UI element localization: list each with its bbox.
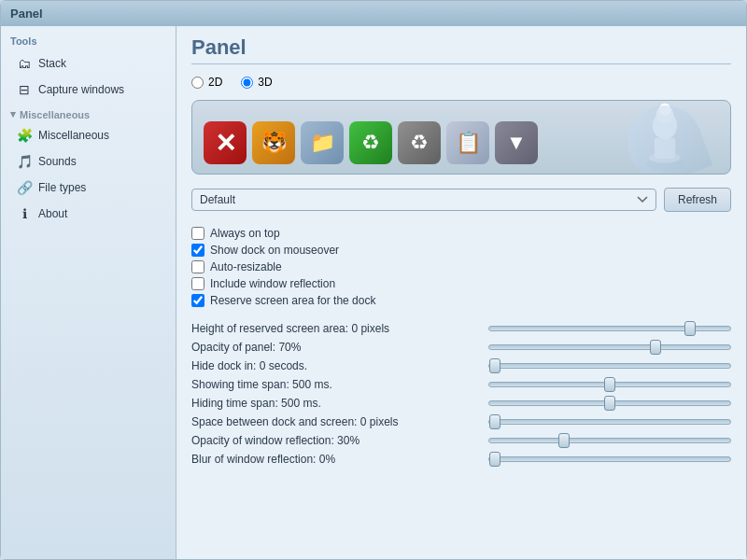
slider-row-opacity-panel: Opacity of panel: 70%: [191, 341, 731, 354]
view-mode-group: 2D 3D: [191, 76, 731, 89]
radio-3d-label: 3D: [258, 76, 272, 89]
slider-row-reserved-height: Height of reserved screen area: 0 pixels: [191, 322, 731, 335]
sidebar-item-about[interactable]: ℹ About: [1, 201, 176, 227]
sidebar-item-filetypes-label: File types: [38, 181, 86, 194]
svg-point-0: [645, 158, 684, 170]
svg-point-4: [656, 106, 674, 124]
slider-hiding-time[interactable]: [488, 400, 731, 406]
pawn-figure: [637, 101, 693, 171]
slider-label-hide-dock: Hide dock in: 0 secods.: [191, 359, 481, 372]
show-dock-checkbox[interactable]: [191, 244, 204, 257]
slider-row-space-between: Space between dock and screen: 0 pixels: [191, 415, 731, 428]
always-on-top-label[interactable]: Always on top: [210, 227, 280, 240]
window-reflection-checkbox[interactable]: [191, 277, 204, 290]
sidebar-item-stack[interactable]: 🗂 Stack: [1, 50, 176, 77]
svg-point-1: [649, 152, 681, 162]
window-reflection-label[interactable]: Include window reflection: [210, 277, 335, 290]
reserve-screen-checkbox[interactable]: [191, 294, 204, 307]
sidebar-item-capture-label: Capture windows: [38, 83, 124, 96]
sidebar-item-misc-label: Miscellaneous: [38, 129, 109, 142]
sidebar-section-misc: ▾ Miscellaneous: [1, 103, 176, 122]
dock-icon-recycle-gray: ♻: [398, 121, 441, 164]
svg-point-3: [653, 111, 677, 139]
reserve-screen-label[interactable]: Reserve screen area for the dock: [210, 294, 375, 307]
sidebar-item-sounds-label: Sounds: [38, 155, 77, 168]
slider-label-showing-time: Showing time span: 500 ms.: [191, 378, 481, 391]
triangle-icon: ▾: [10, 108, 16, 120]
page-title: Panel: [191, 35, 731, 64]
slider-label-reserved-height: Height of reserved screen area: 0 pixels: [191, 322, 481, 335]
radio-3d[interactable]: 3D: [241, 76, 272, 89]
dock-preview: ✕ 🐯 📁 ♻ ♻ 📋 ▼: [191, 100, 731, 175]
content-area: Tools 🗂 Stack ⊟ Capture windows ▾ Miscel…: [1, 26, 746, 559]
main-panel: Panel 2D 3D ✕ 🐯 📁 ♻ ♻ 📋 ▼: [176, 26, 746, 559]
checkbox-row-always-on-top: Always on top: [191, 225, 731, 242]
slider-opacity-panel[interactable]: [488, 344, 731, 350]
app-window: Panel Tools 🗂 Stack ⊟ Capture windows ▾ …: [0, 0, 747, 560]
checkbox-row-auto-resizable: Auto-resizable: [191, 259, 731, 275]
dock-icon-tiger: 🐯: [252, 121, 295, 164]
capture-icon: ⊟: [16, 81, 33, 98]
slider-row-blur-reflection: Blur of window reflection: 0%: [191, 453, 731, 466]
dock-icon-arrow-down: ▼: [495, 121, 538, 164]
always-on-top-checkbox[interactable]: [191, 227, 204, 240]
sidebar-item-file-types[interactable]: 🔗 File types: [1, 175, 176, 201]
auto-resizable-checkbox[interactable]: [191, 260, 204, 273]
sidebar-item-stack-label: Stack: [38, 57, 66, 70]
radio-3d-input[interactable]: [241, 77, 253, 89]
radio-2d[interactable]: 2D: [191, 76, 222, 89]
dock-icon-x: ✕: [204, 121, 247, 164]
slider-label-space-between: Space between dock and screen: 0 pixels: [191, 415, 481, 428]
slider-row-hide-dock: Hide dock in: 0 secods.: [191, 359, 731, 372]
dock-icon-recycle-green: ♻: [349, 121, 392, 164]
slider-row-hiding-time: Hiding time span: 500 ms.: [191, 397, 731, 410]
sidebar: Tools 🗂 Stack ⊟ Capture windows ▾ Miscel…: [1, 26, 176, 559]
sidebar-item-about-label: About: [38, 207, 67, 220]
window-title: Panel: [10, 7, 43, 21]
slider-label-opacity-panel: Opacity of panel: 70%: [191, 341, 481, 354]
slider-label-blur-reflection: Blur of window reflection: 0%: [191, 453, 481, 466]
slider-hide-dock[interactable]: [488, 363, 731, 369]
show-dock-label[interactable]: Show dock on mouseover: [210, 244, 339, 257]
stack-icon: 🗂: [16, 55, 33, 72]
slider-label-opacity-reflection: Opacity of window reflection: 30%: [191, 434, 481, 447]
svg-rect-2: [655, 137, 676, 159]
auto-resizable-label[interactable]: Auto-resizable: [210, 260, 282, 273]
slider-blur-reflection[interactable]: [488, 456, 731, 462]
slider-label-hiding-time: Hiding time span: 500 ms.: [191, 397, 481, 410]
sidebar-item-miscellaneous[interactable]: 🧩 Miscellaneous: [1, 122, 176, 148]
checkbox-row-show-dock: Show dock on mouseover: [191, 242, 731, 259]
refresh-button[interactable]: Refresh: [664, 188, 731, 212]
filetypes-icon: 🔗: [16, 179, 33, 196]
sidebar-item-sounds[interactable]: 🎵 Sounds: [1, 148, 176, 175]
radio-2d-input[interactable]: [191, 77, 204, 89]
svg-point-5: [658, 104, 670, 116]
checkbox-group: Always on top Show dock on mouseover Aut…: [191, 225, 731, 309]
theme-select[interactable]: Default: [191, 189, 656, 211]
dock-icon-folder: 📁: [301, 121, 344, 164]
about-icon: ℹ: [16, 205, 33, 222]
slider-showing-time[interactable]: [488, 382, 731, 387]
slider-row-opacity-reflection: Opacity of window reflection: 30%: [191, 434, 731, 447]
slider-space-between[interactable]: [488, 419, 731, 425]
checkbox-row-reserve-screen: Reserve screen area for the dock: [191, 292, 731, 309]
slider-row-showing-time: Showing time span: 500 ms.: [191, 378, 731, 391]
radio-2d-label: 2D: [208, 76, 222, 89]
slider-reserved-height[interactable]: [488, 326, 731, 331]
sidebar-item-capture-windows[interactable]: ⊟ Capture windows: [1, 77, 176, 103]
dock-icon-clipboard: 📋: [446, 121, 489, 164]
sliders-section: Height of reserved screen area: 0 pixels…: [191, 322, 731, 466]
slider-opacity-reflection[interactable]: [488, 438, 731, 443]
sidebar-section-tools: Tools: [1, 32, 176, 50]
theme-row: Default Refresh: [191, 188, 731, 212]
misc-icon: 🧩: [16, 127, 33, 144]
sounds-icon: 🎵: [16, 153, 33, 170]
checkbox-row-window-reflection: Include window reflection: [191, 275, 731, 292]
titlebar: Panel: [1, 1, 746, 26]
